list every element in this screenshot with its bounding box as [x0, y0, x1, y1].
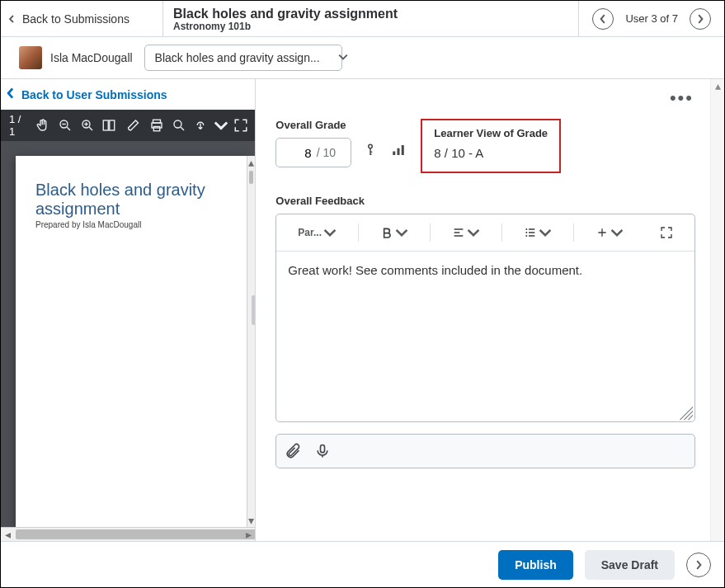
chevron-right-icon [694, 560, 704, 570]
microphone-icon [314, 443, 331, 459]
attachment-bar [275, 434, 695, 468]
toolbar-separator [430, 223, 431, 242]
zoom-out-icon[interactable] [56, 112, 75, 139]
overall-grade-label: Overall Grade [275, 119, 406, 131]
chevron-right-icon [695, 14, 705, 24]
grade-icons [363, 143, 406, 162]
top-header: Back to Submissions Black holes and grav… [1, 1, 724, 37]
scroll-down-arrow-icon[interactable]: ▾ [247, 514, 255, 527]
insert-button[interactable] [579, 218, 640, 247]
scroll-up-arrow-icon[interactable]: ▴ [711, 79, 724, 92]
svg-line-1 [67, 127, 70, 130]
grade-row: Overall Grade / 10 [275, 119, 695, 173]
annotate-pen-icon[interactable] [125, 112, 144, 139]
scroll-left-arrow-icon[interactable]: ◂ [1, 528, 14, 541]
editor-fullscreen-button[interactable] [643, 218, 690, 247]
next-user-button[interactable] [690, 8, 711, 30]
student-avatar [19, 46, 42, 69]
scrollbar-thumb[interactable] [249, 171, 253, 184]
learner-view-of-grade-block: Learner View of Grade 8 / 10 - A [421, 119, 561, 173]
footer-next-button[interactable] [686, 553, 711, 577]
chevron-down-icon [539, 226, 552, 239]
align-button[interactable] [435, 218, 497, 247]
right-pane-scrollbar[interactable]: ▴ [710, 79, 724, 541]
grade-denominator: / 10 [317, 146, 341, 159]
print-icon[interactable] [147, 112, 166, 139]
toolbar-separator [358, 223, 359, 242]
grade-stats-icon[interactable] [391, 143, 406, 158]
search-icon[interactable] [169, 112, 188, 139]
svg-rect-18 [393, 152, 396, 156]
chevron-down-icon [323, 226, 337, 239]
pdf-horizontal-scrollbar[interactable]: ◂ ▸ [1, 527, 255, 541]
title-area: Black holes and gravity assignment Astro… [163, 1, 578, 36]
paragraph-style-select[interactable]: Par... [281, 218, 353, 247]
chevron-down-icon [610, 226, 624, 239]
submission-select[interactable]: Black holes and gravity assign... [144, 45, 342, 71]
submission-select-label: Black holes and gravity assign... [155, 51, 320, 64]
download-icon[interactable] [191, 112, 210, 139]
page-layout-icon[interactable] [100, 112, 119, 139]
svg-rect-8 [110, 120, 115, 130]
overall-grade-block: Overall Grade / 10 [275, 119, 406, 167]
chevron-left-icon [5, 87, 16, 101]
document-subtitle: Prepared by Isla MacDougall [35, 220, 227, 229]
document-title: Black holes and gravity assignment [35, 181, 227, 219]
pdf-page: Black holes and gravity assignment Prepa… [16, 156, 247, 527]
overall-feedback-label: Overall Feedback [275, 195, 695, 207]
previous-user-button[interactable] [592, 8, 614, 30]
overall-grade-input-wrapper: / 10 [275, 138, 351, 167]
assignment-title: Black holes and gravity assignment [173, 7, 568, 21]
align-left-icon [452, 226, 465, 239]
back-to-submissions-button[interactable]: Back to Submissions [1, 1, 163, 36]
svg-line-4 [89, 127, 92, 130]
more-actions-button[interactable]: ••• [668, 89, 695, 119]
fullscreen-icon[interactable] [232, 112, 251, 139]
grade-value-input[interactable] [287, 145, 313, 161]
attach-file-button[interactable] [285, 443, 301, 459]
svg-rect-11 [153, 127, 160, 131]
page-indicator: 1 / 1 [6, 113, 31, 138]
download-menu-chevron-icon[interactable] [214, 112, 228, 139]
publish-button[interactable]: Publish [498, 550, 573, 580]
editor-toolbar: Par... [276, 214, 694, 252]
editor-resize-handle[interactable] [680, 407, 693, 420]
toolbar-separator [573, 223, 574, 242]
chevron-down-icon [395, 226, 408, 239]
svg-point-25 [525, 232, 527, 233]
save-draft-button[interactable]: Save Draft [585, 550, 675, 580]
pdf-toolbar: 1 / 1 [1, 110, 255, 141]
chevron-down-icon [467, 226, 480, 239]
svg-line-13 [181, 127, 184, 130]
pdf-vertical-scrollbar[interactable]: ▴ ▾ [247, 156, 255, 527]
user-count-label: User 3 of 7 [625, 12, 678, 25]
scrollbar-thumb[interactable] [16, 529, 256, 539]
toolbar-separator [501, 223, 502, 242]
scroll-up-arrow-icon[interactable]: ▴ [247, 156, 255, 169]
back-to-user-submissions-label: Back to User Submissions [21, 88, 167, 101]
svg-point-12 [174, 120, 181, 128]
back-to-user-submissions-link[interactable]: Back to User Submissions [1, 79, 255, 110]
svg-point-24 [525, 228, 527, 230]
svg-rect-20 [402, 145, 404, 155]
bold-button[interactable] [364, 218, 425, 247]
footer-actions: Publish Save Draft [1, 541, 724, 587]
pan-tool-icon[interactable] [34, 112, 53, 139]
grading-pane: ••• Overall Grade / 10 [256, 79, 724, 541]
svg-point-26 [525, 235, 527, 237]
feedback-editor: Par... [275, 214, 695, 422]
grade-key-icon[interactable] [363, 143, 378, 158]
list-button[interactable] [507, 218, 568, 247]
learner-view-value: 8 / 10 - A [434, 146, 548, 160]
student-subheader: Isla MacDougall Black holes and gravity … [1, 37, 724, 78]
bullet-list-icon [524, 226, 537, 239]
back-to-submissions-label: Back to Submissions [22, 12, 129, 26]
document-viewer-pane: Back to User Submissions 1 / 1 [1, 79, 256, 541]
pdf-viewport[interactable]: Black holes and gravity assignment Prepa… [1, 141, 255, 527]
chevron-left-icon [598, 14, 608, 24]
record-audio-button[interactable] [314, 443, 331, 459]
scroll-right-arrow-icon[interactable]: ▸ [242, 528, 255, 541]
svg-rect-19 [398, 148, 400, 155]
feedback-textarea[interactable]: Great work! See comments included in the… [276, 252, 694, 407]
zoom-in-icon[interactable] [78, 112, 97, 139]
